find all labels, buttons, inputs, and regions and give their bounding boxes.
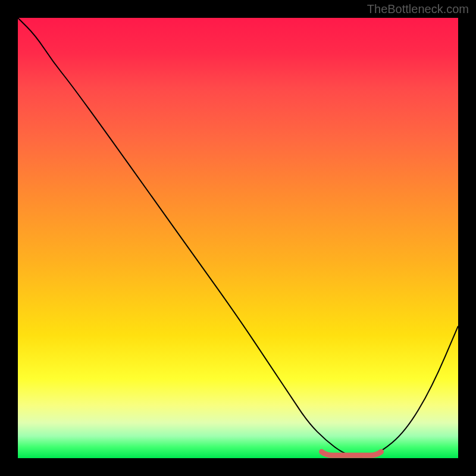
chart-svg <box>18 18 458 458</box>
watermark-text: TheBottleneck.com <box>367 2 469 16</box>
plot-area <box>18 18 458 458</box>
flat-marker <box>322 452 381 455</box>
bottleneck-curve <box>18 18 458 457</box>
